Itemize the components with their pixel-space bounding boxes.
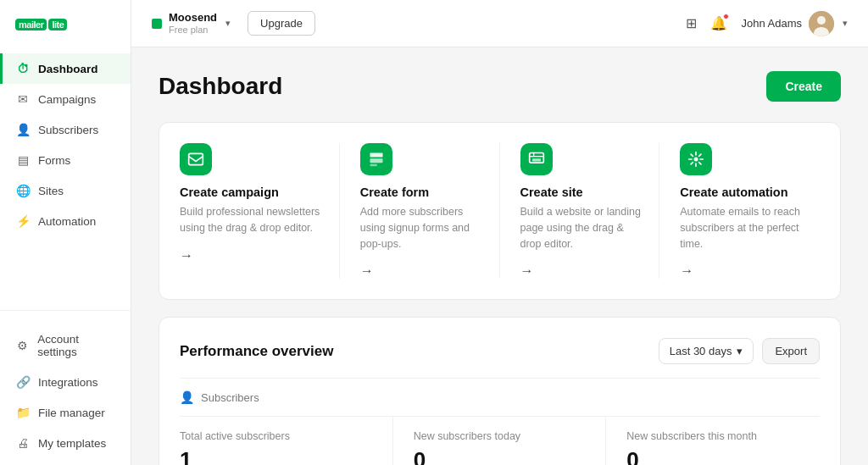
svg-rect-3 [189,153,203,164]
campaign-action-desc: Build professional newsletters using the… [180,204,326,236]
campaign-icon [187,151,204,168]
upgrade-button[interactable]: Upgrade [248,11,315,36]
form-action-icon [368,151,385,168]
sidebar-item-my-templates[interactable]: 🖨 My templates [0,428,131,458]
site-action-title: Create site [520,185,646,199]
form-icon-box [360,143,392,175]
performance-card: Performance overview Last 30 days ▾ Expo… [159,317,841,465]
performance-title: Performance overview [180,343,333,360]
notification-dot [723,14,729,19]
automation-action-title: Create automation [680,185,820,199]
new-today-value: 0 [414,447,586,465]
sidebar-item-campaigns[interactable]: ✉ Campaigns [0,84,131,114]
sidebar-label-account-settings: Account settings [37,333,117,358]
lightning-icon: ⚡ [16,214,30,228]
period-select[interactable]: Last 30 days ▾ [659,338,754,364]
quick-action-campaign[interactable]: Create campaign Build professional newsl… [180,143,340,279]
quick-action-form[interactable]: Create form Add more subscribers using s… [340,143,500,279]
workspace-color-badge [152,19,162,29]
site-action-arrow: → [520,263,646,279]
sidebar-label-file-manager: File manager [38,407,105,419]
content-area: Dashboard Create Create campaign Build p… [131,47,868,465]
person-icon: 👤 [16,123,30,136]
page-title: Dashboard [159,73,282,100]
workspace-chevron-icon[interactable]: ▾ [225,18,231,29]
logo: mailerlite [0,0,131,47]
sidebar-item-automation[interactable]: ⚡ Automation [0,206,131,236]
user-chevron-icon: ▾ [843,18,848,29]
campaign-action-arrow: → [180,248,326,263]
quick-action-automation[interactable]: Create automation Automate emails to rea… [659,143,820,279]
stat-new-today: New subscribers today 0 [393,417,607,465]
workspace-name: Moosend [169,11,217,25]
sidebar-label-dashboard: Dashboard [38,63,98,75]
template-icon: 🖨 [16,436,30,450]
subscribers-section: 👤 Subscribers Total active subscribers 1… [180,378,820,465]
globe-icon: 🌐 [16,184,30,197]
user-menu[interactable]: John Adams ▾ [741,11,848,36]
performance-header: Performance overview Last 30 days ▾ Expo… [180,338,820,364]
sidebar-label-integrations: Integrations [38,376,98,389]
sidebar-item-sites[interactable]: 🌐 Sites [0,175,131,206]
quick-action-site[interactable]: Create site Build a website or landing p… [500,143,660,279]
form-action-title: Create form [360,185,486,199]
svg-rect-4 [370,153,382,158]
svg-rect-5 [370,158,382,163]
automation-icon-box [680,143,712,175]
sidebar-label-sites: Sites [38,185,64,197]
sidebar-item-account-settings[interactable]: ⚙ Account settings [0,324,131,367]
page-header: Dashboard Create [159,71,841,102]
stat-total-active: Total active subscribers 1 Want more sub… [180,417,393,465]
automation-action-desc: Automate emails to reach subscribers at … [680,204,820,252]
subscribers-section-label: Subscribers [201,391,259,404]
total-active-value: 1 [180,447,372,465]
topbar-left: Moosend Free plan ▾ Upgrade [152,11,315,36]
export-button[interactable]: Export [762,338,820,364]
quick-actions-grid: Create campaign Build professional newsl… [180,143,820,279]
sidebar-nav: ⏱ Dashboard ✉ Campaigns 👤 Subscribers ▤ … [0,47,131,303]
svg-point-11 [694,158,698,162]
folder-icon: 📁 [16,406,30,419]
logo-name-text: mailer [15,19,47,30]
sidebar: mailerlite ⏱ Dashboard ✉ Campaigns 👤 Sub… [0,0,131,465]
avatar [809,11,834,36]
grid-icon[interactable]: ⊞ [686,15,697,31]
sidebar-label-my-templates: My templates [38,437,106,450]
new-month-label: New subscribers this month [626,430,799,442]
automation-action-arrow: → [680,263,820,279]
sidebar-bottom: ⚙ Account settings 🔗 Integrations 📁 File… [0,318,131,465]
period-chevron-icon: ▾ [737,345,743,357]
create-button[interactable]: Create [766,71,841,102]
user-name: John Adams [741,17,802,30]
total-active-label: Total active subscribers [180,430,372,442]
topbar: Moosend Free plan ▾ Upgrade ⊞ 🔔 John Ada… [131,0,868,47]
puzzle-icon: 🔗 [16,375,30,389]
sidebar-item-forms[interactable]: ▤ Forms [0,145,131,175]
sidebar-item-subscribers[interactable]: 👤 Subscribers [0,114,131,145]
clock-icon: ⏱ [16,62,30,75]
sidebar-item-file-manager[interactable]: 📁 File manager [0,397,131,428]
form-action-desc: Add more subscribers using signup forms … [360,204,486,252]
quick-actions-card: Create campaign Build professional newsl… [159,122,841,300]
sidebar-item-integrations[interactable]: 🔗 Integrations [0,367,131,397]
main-area: Moosend Free plan ▾ Upgrade ⊞ 🔔 John Ada… [131,0,868,465]
workspace-plan: Free plan [169,25,217,36]
period-label: Last 30 days [670,345,732,357]
notifications-button[interactable]: 🔔 [710,15,727,31]
form-action-arrow: → [360,263,486,279]
automation-action-icon [687,151,704,168]
workspace-info: Moosend Free plan [169,11,217,36]
new-month-value: 0 [626,447,799,465]
site-action-desc: Build a website or landing page using th… [520,204,646,252]
sidebar-divider [0,310,131,311]
sidebar-item-dashboard[interactable]: ⏱ Dashboard [0,53,131,84]
stats-grid: Total active subscribers 1 Want more sub… [180,416,820,465]
gear-icon: ⚙ [16,339,29,352]
sidebar-label-campaigns: Campaigns [38,93,96,106]
campaign-action-title: Create campaign [180,185,326,199]
logo-badge: lite [48,19,67,30]
topbar-right: ⊞ 🔔 John Adams ▾ [686,11,848,36]
form-icon: ▤ [16,153,30,167]
stat-new-month: New subscribers this month 0 [606,417,820,465]
email-icon: ✉ [16,92,30,106]
